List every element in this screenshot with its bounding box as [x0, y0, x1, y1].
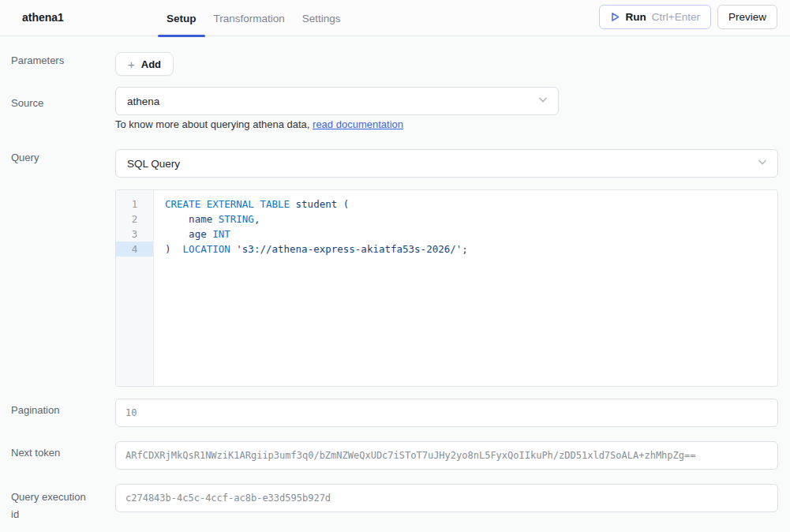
plus-icon: + [128, 58, 135, 70]
chevron-down-icon [537, 95, 549, 108]
tab-transformation[interactable]: Transformation [205, 0, 294, 36]
chevron-down-icon [757, 157, 768, 170]
preview-button[interactable]: Preview [717, 5, 777, 29]
line-number: 1 [116, 197, 153, 212]
tab-settings[interactable]: Settings [294, 0, 350, 36]
parameters-label: Parameters [11, 54, 64, 66]
line-number: 2 [116, 212, 153, 227]
pagination-label: Pagination [11, 404, 59, 416]
code-line: CREATE EXTERNAL TABLE student ( [165, 197, 777, 212]
source-label: Source [11, 97, 43, 109]
next-token-label: Next token [11, 447, 60, 459]
line-number: 3 [116, 227, 153, 242]
code-line: age INT [165, 227, 777, 242]
query-editor-header: athena1 Setup Transformation Settings Ru… [0, 0, 790, 36]
query-label: Query [11, 152, 39, 163]
editor-tabs: Setup Transformation Settings [158, 0, 350, 36]
play-icon [610, 12, 620, 22]
add-parameter-label: Add [141, 58, 161, 70]
helper-text-prefix: To know more about querying athena data, [115, 118, 313, 130]
query-type-select-value: SQL Query [127, 158, 180, 170]
run-button-label: Run [626, 11, 646, 23]
query-execution-id-label: Query execution id [11, 489, 86, 523]
tab-setup[interactable]: Setup [158, 0, 205, 36]
sql-code-editor[interactable]: 1234 CREATE EXTERNAL TABLE student ( nam… [115, 189, 778, 387]
code-line: ) LOCATION 's3://athena-express-akiatfa5… [165, 242, 777, 257]
query-name: athena1 [22, 11, 64, 24]
source-helper-text: To know more about querying athena data,… [115, 118, 403, 130]
line-number-gutter: 1234 [116, 190, 154, 386]
source-select-value: athena [127, 96, 159, 107]
pagination-input[interactable] [115, 399, 778, 427]
source-select[interactable]: athena [115, 87, 559, 115]
next-token-input[interactable] [115, 441, 778, 470]
add-parameter-button[interactable]: + Add [115, 52, 174, 76]
query-execution-id-input[interactable] [115, 484, 778, 512]
query-type-select[interactable]: SQL Query [115, 149, 778, 178]
preview-button-label: Preview [728, 11, 766, 23]
code-line: name STRING, [165, 212, 777, 227]
header-actions: Run Ctrl+Enter Preview [599, 5, 777, 29]
line-number: 4 [116, 242, 153, 257]
run-shortcut-hint: Ctrl+Enter [652, 11, 700, 23]
run-button[interactable]: Run Ctrl+Enter [599, 5, 711, 29]
read-documentation-link[interactable]: read documentation [313, 118, 403, 130]
sql-code-area[interactable]: CREATE EXTERNAL TABLE student ( name STR… [154, 190, 777, 386]
